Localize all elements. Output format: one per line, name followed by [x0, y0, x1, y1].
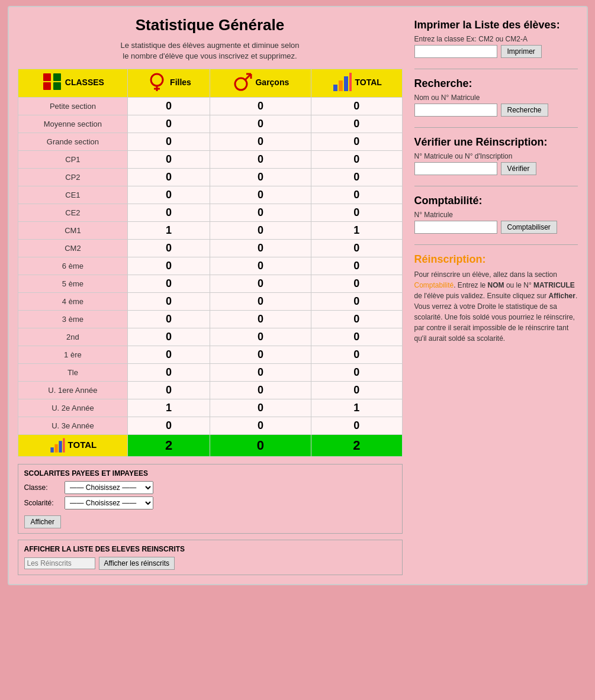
garcons-cell: 0 [210, 115, 311, 133]
classe-select[interactable]: —— Choisissez —— [65, 481, 153, 494]
class-name-cell: CM2 [18, 240, 128, 257]
garcons-cell: 0 [210, 275, 311, 293]
filles-cell: 1 [128, 399, 210, 417]
svg-rect-0 [43, 82, 51, 90]
classe-row: Classe: —— Choisissez —— [24, 481, 396, 494]
col-header-total: TOTAL [311, 69, 402, 98]
reinscrits-title: AFFICHER LA LISTE DES ELEVES REINSCRITS [24, 545, 396, 553]
class-name-cell: Grande section [18, 133, 128, 151]
afficher-button[interactable]: Afficher [24, 515, 61, 528]
filles-cell: 0 [128, 257, 210, 275]
reinscrits-section: AFFICHER LA LISTE DES ELEVES REINSCRITS … [18, 540, 403, 575]
afficher-reinscrits-button[interactable]: Afficher les réinscrits [99, 557, 175, 570]
reinscription-title: Réinscription: [414, 253, 578, 266]
total-cell: 0 [311, 169, 402, 186]
total-cell: 0 [311, 275, 402, 293]
class-name-cell: 5 ème [18, 275, 128, 293]
class-name-cell: 1 ère [18, 346, 128, 364]
total-cell: 0 [311, 151, 402, 169]
garcons-cell: 0 [210, 133, 311, 151]
total-cell: 0 [311, 346, 402, 364]
reinscrits-input[interactable] [24, 557, 95, 569]
table-row: 6 ème000 [18, 257, 402, 275]
comptabilite-input[interactable] [414, 221, 497, 234]
garcons-cell: 0 [210, 293, 311, 311]
total-filles-cell: 2 [128, 435, 210, 457]
garcons-icon [232, 72, 253, 95]
comptabilite-input-label: N° Matricule [414, 211, 578, 219]
svg-rect-16 [54, 444, 57, 453]
total-row: TOTAL202 [18, 435, 402, 457]
imprimer-input-row: Imprimer [414, 45, 578, 58]
col-header-classes: CLASSES [18, 69, 128, 98]
total-icon [332, 72, 353, 95]
grand-total-cell: 2 [311, 435, 402, 457]
table-row: 2nd000 [18, 328, 402, 346]
svg-rect-11 [333, 85, 337, 91]
total-cell: 0 [311, 204, 402, 222]
total-cell: 0 [311, 328, 402, 346]
table-row: Moyenne section000 [18, 115, 402, 133]
comptabilite-link[interactable]: Comptabilité [414, 281, 454, 289]
garcons-cell: 0 [210, 364, 311, 382]
table-row: 3 ème000 [18, 311, 402, 328]
verifier-button[interactable]: Vérifier [501, 162, 536, 175]
total-cell: 0 [311, 98, 402, 115]
total-cell: 1 [311, 399, 402, 417]
imprimer-input[interactable] [414, 45, 497, 58]
garcons-cell: 0 [210, 257, 311, 275]
class-name-cell: U. 2e Année [18, 399, 128, 417]
filles-cell: 0 [128, 115, 210, 133]
recherche-section: Recherche: Nom ou N° Matricule Recherche [414, 78, 578, 117]
filles-cell: 0 [128, 169, 210, 186]
table-row: Petite section000 [18, 98, 402, 115]
table-row: U. 2e Année101 [18, 399, 402, 417]
main-container: Statistique Générale Le statistique des … [8, 6, 588, 585]
filles-cell: 0 [128, 311, 210, 328]
verifier-section: Vérifier une Réinscription: N° Matricule… [414, 136, 578, 175]
comptabiliser-button[interactable]: Comptabiliser [501, 221, 557, 234]
garcons-cell: 0 [210, 186, 311, 204]
scolarites-title: SCOLARITES PAYEES ET IMPAYEES [24, 469, 396, 478]
scolarites-section: SCOLARITES PAYEES ET IMPAYEES Classe: ——… [18, 464, 403, 534]
filles-cell: 0 [128, 382, 210, 399]
reinscription-section: Réinscription: Pour réinscrire un élève,… [414, 253, 578, 344]
svg-rect-12 [339, 80, 343, 91]
imprimer-input-label: Entrez la classe Ex: CM2 ou CM2-A [414, 35, 578, 43]
table-row: Tle000 [18, 364, 402, 382]
recherche-button[interactable]: Recherche [501, 104, 548, 117]
svg-rect-3 [53, 73, 61, 81]
scolarite-select[interactable]: —— Choisissez —— [65, 496, 153, 509]
filles-cell: 0 [128, 133, 210, 151]
table-row: Grande section000 [18, 133, 402, 151]
class-name-cell: CP1 [18, 151, 128, 169]
right-panel: Imprimer la Liste des élèves: Entrez la … [414, 16, 578, 575]
filles-cell: 0 [128, 346, 210, 364]
total-label-cell: TOTAL [18, 435, 128, 457]
svg-rect-1 [43, 73, 51, 81]
verifier-input-row: Vérifier [414, 162, 578, 175]
table-row: 4 ème000 [18, 293, 402, 311]
recherche-title: Recherche: [414, 78, 578, 90]
imprimer-section: Imprimer la Liste des élèves: Entrez la … [414, 19, 578, 58]
table-row: CP2000 [18, 169, 402, 186]
table-row: U. 3e Année000 [18, 417, 402, 435]
verifier-input[interactable] [414, 162, 497, 175]
table-row: U. 1ere Année000 [18, 382, 402, 399]
svg-rect-13 [344, 76, 348, 91]
classe-label: Classe: [24, 483, 60, 492]
svg-point-4 [151, 74, 163, 86]
recherche-input-label: Nom ou N° Matricule [414, 93, 578, 102]
table-row: CP1000 [18, 151, 402, 169]
svg-rect-17 [59, 441, 62, 453]
garcons-cell: 0 [210, 151, 311, 169]
garcons-cell: 0 [210, 382, 311, 399]
imprimer-button[interactable]: Imprimer [501, 45, 542, 58]
total-cell: 0 [311, 186, 402, 204]
page-title: Statistique Générale [18, 16, 403, 34]
class-name-cell: 3 ème [18, 311, 128, 328]
filles-cell: 0 [128, 151, 210, 169]
verifier-input-label: N° Matricule ou N° d'Inscription [414, 152, 578, 160]
class-name-cell: CM1 [18, 222, 128, 240]
recherche-input[interactable] [414, 104, 497, 117]
